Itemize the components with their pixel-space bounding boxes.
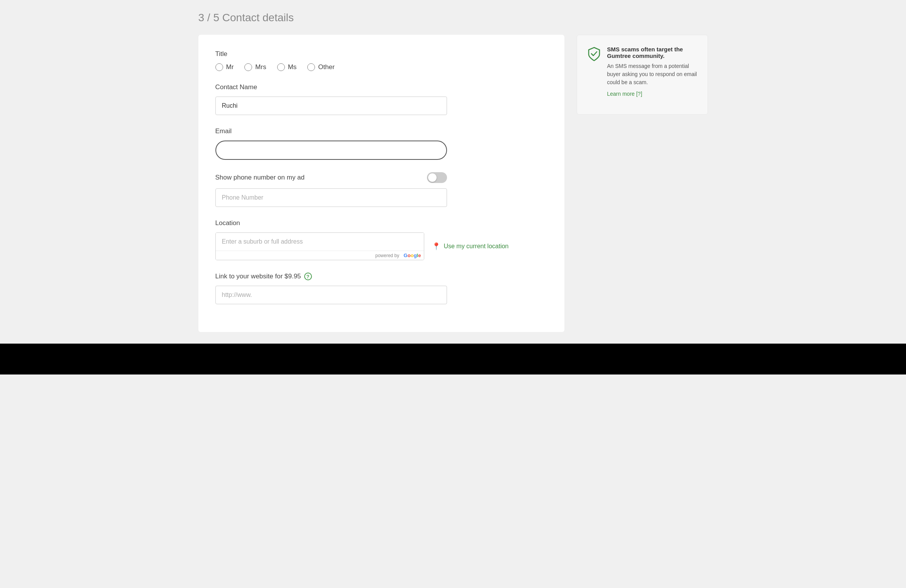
google-logo: Google	[404, 252, 421, 258]
phone-toggle-label: Show phone number on my ad	[215, 174, 305, 181]
phone-toggle-switch[interactable]	[427, 172, 447, 183]
title-radio-other-label: Other	[318, 63, 335, 71]
title-option-ms[interactable]: Ms	[277, 63, 297, 71]
sidebar-learn-more-link[interactable]: Learn more [?]	[607, 91, 642, 97]
website-help-icon[interactable]: ?	[304, 273, 312, 280]
form-card: Title Mr Mrs Ms	[198, 35, 564, 332]
location-input-row: powered by Google 📍 Use my current locat…	[215, 232, 509, 260]
use-location-label: Use my current location	[444, 243, 508, 250]
sidebar-icon-row: SMS scams often target the Gumtree commu…	[586, 46, 698, 97]
title-option-other[interactable]: Other	[307, 63, 335, 71]
sidebar-heading: SMS scams often target the Gumtree commu…	[607, 46, 698, 59]
website-input[interactable]	[215, 286, 447, 304]
title-option-mr[interactable]: Mr	[215, 63, 234, 71]
title-radio-mr-label: Mr	[226, 63, 234, 71]
title-radio-mrs-label: Mrs	[255, 63, 266, 71]
title-field-group: Title Mr Mrs Ms	[215, 50, 547, 71]
sidebar-content: SMS scams often target the Gumtree commu…	[607, 46, 698, 97]
title-option-mrs[interactable]: Mrs	[244, 63, 266, 71]
title-radio-ms[interactable]	[277, 63, 285, 71]
title-radio-ms-label: Ms	[288, 63, 297, 71]
sidebar-body: An SMS message from a potential buyer as…	[607, 62, 698, 86]
phone-field-group: Show phone number on my ad	[215, 172, 547, 207]
phone-toggle-row: Show phone number on my ad	[215, 172, 447, 183]
bottom-bar	[0, 344, 906, 374]
location-field-group: Location powered by Google 📍 Use	[215, 219, 547, 260]
title-radio-group: Mr Mrs Ms Other	[215, 63, 547, 71]
title-radio-mrs[interactable]	[244, 63, 252, 71]
contact-name-input[interactable]	[215, 97, 447, 115]
email-label: Email	[215, 127, 547, 135]
location-input[interactable]	[216, 233, 424, 251]
use-current-location-button[interactable]: 📍 Use my current location	[432, 242, 508, 251]
title-radio-mr[interactable]	[215, 63, 223, 71]
sidebar-card: SMS scams often target the Gumtree commu…	[577, 35, 708, 115]
location-label: Location	[215, 219, 547, 227]
phone-number-input[interactable]	[215, 188, 447, 207]
title-label: Title	[215, 50, 547, 58]
website-label-row: Link to your website for $9.95 ?	[215, 273, 547, 280]
powered-by-text: powered by	[375, 253, 399, 258]
toggle-slider	[427, 172, 447, 183]
title-radio-other[interactable]	[307, 63, 315, 71]
contact-name-label: Contact Name	[215, 83, 547, 91]
page-title: 3 / 5 Contact details	[198, 12, 708, 24]
website-field-group: Link to your website for $9.95 ?	[215, 273, 547, 304]
email-field-group: Email	[215, 127, 547, 160]
contact-name-field-group: Contact Name	[215, 83, 547, 115]
website-label: Link to your website for $9.95	[215, 273, 301, 280]
powered-by-google: powered by Google	[216, 251, 424, 260]
location-pin-icon: 📍	[432, 242, 440, 251]
location-input-wrapper: powered by Google	[215, 232, 425, 260]
shield-check-icon	[586, 46, 602, 61]
email-input[interactable]	[215, 141, 447, 160]
